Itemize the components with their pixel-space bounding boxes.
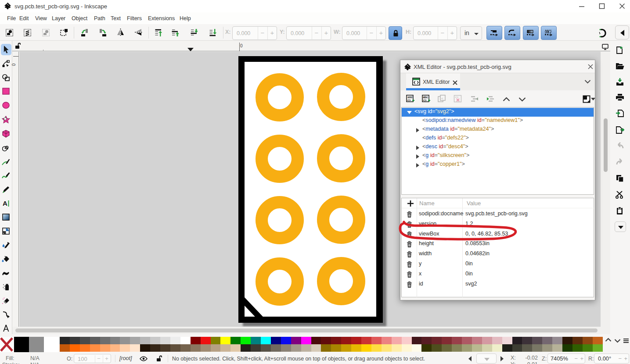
svg-text:<: < xyxy=(441,96,443,100)
svg-text:<>: <> xyxy=(455,96,459,99)
svg-text:A: A xyxy=(3,200,7,207)
svg-text:<>: <> xyxy=(423,99,427,102)
svg-text:<>: <> xyxy=(407,99,411,102)
